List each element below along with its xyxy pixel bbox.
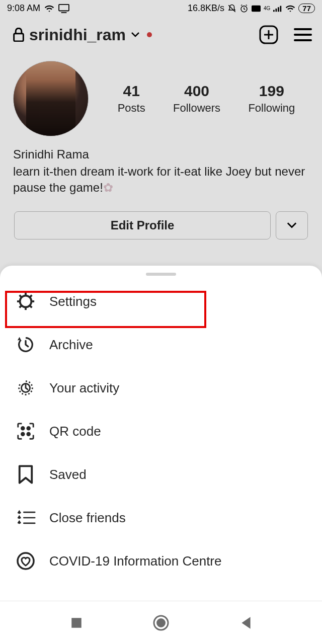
avatar[interactable] [13, 61, 89, 136]
menu-label: Your activity [49, 380, 119, 396]
svg-point-29 [27, 433, 30, 436]
suggestions-toggle[interactable] [276, 211, 308, 239]
username-text: srinidhi_ram [29, 26, 126, 44]
lock-icon [13, 28, 24, 42]
menu-archive[interactable]: Archive [0, 323, 322, 366]
bookmark-icon [15, 464, 36, 485]
svg-line-24 [20, 306, 22, 308]
chevron-down-icon [286, 222, 297, 229]
sheet-handle[interactable] [146, 273, 176, 276]
menu-label: Saved [49, 467, 87, 482]
svg-point-36 [156, 618, 166, 627]
svg-line-22 [30, 306, 32, 308]
svg-point-28 [21, 433, 24, 436]
menu-settings[interactable]: Settings [0, 280, 322, 323]
menu-activity[interactable]: Your activity [0, 366, 322, 410]
posts-count: 41 [118, 83, 145, 100]
menu-label: Archive [49, 337, 93, 353]
hamburger-menu-icon[interactable] [294, 28, 312, 42]
edit-profile-button[interactable]: Edit Profile [14, 211, 271, 239]
display-name: Srinidhi Rama [13, 147, 309, 162]
followers-count: 400 [173, 83, 220, 100]
svg-point-33 [18, 553, 34, 569]
system-navbar [0, 601, 322, 644]
svg-point-16 [20, 296, 32, 307]
recent-apps-button[interactable] [70, 616, 83, 629]
svg-rect-34 [71, 618, 82, 628]
menu-saved[interactable]: Saved [0, 453, 322, 496]
username-switcher[interactable]: srinidhi_ram [13, 26, 152, 44]
activity-icon [15, 378, 36, 397]
chevron-down-icon [131, 32, 140, 38]
svg-rect-0 [59, 4, 69, 11]
svg-rect-9 [14, 34, 24, 41]
svg-rect-4 [252, 5, 261, 12]
archive-icon [15, 335, 36, 354]
wifi-icon-2 [285, 5, 295, 13]
following-label: Following [248, 102, 295, 115]
heart-circle-icon [15, 551, 36, 571]
stat-posts[interactable]: 41 Posts [118, 83, 145, 115]
menu-qr[interactable]: QR code [0, 410, 322, 453]
stat-followers[interactable]: 400 Followers [173, 83, 220, 115]
flower-icon: ✿ [103, 180, 113, 196]
svg-rect-8 [280, 6, 282, 12]
bell-muted-icon [227, 4, 236, 13]
svg-rect-7 [278, 7, 279, 12]
profile-header: srinidhi_ram [0, 16, 322, 50]
bio: learn it-then dream it-work for it-eat l… [13, 164, 309, 196]
posts-label: Posts [118, 102, 145, 115]
menu-label: Settings [49, 294, 97, 309]
qr-icon [15, 422, 36, 441]
svg-point-26 [21, 427, 24, 430]
menu-label: Close friends [49, 510, 126, 526]
create-icon[interactable] [259, 25, 279, 45]
gear-icon [15, 292, 36, 311]
battery-level: 77 [298, 4, 315, 13]
volte-icon [252, 5, 261, 12]
followers-label: Followers [173, 102, 220, 115]
options-sheet: Settings Archive Your activity QR code S… [0, 266, 322, 644]
following-count: 199 [248, 83, 295, 100]
wifi-icon [44, 5, 54, 13]
close-friends-icon [15, 509, 36, 526]
status-netspeed: 16.8KB/s [188, 3, 224, 14]
svg-point-27 [27, 427, 30, 430]
monitor-icon [58, 4, 69, 13]
menu-label: QR code [49, 424, 101, 439]
menu-covid[interactable]: COVID-19 Information Centre [0, 539, 322, 583]
svg-line-21 [20, 295, 22, 297]
back-button[interactable] [239, 616, 253, 630]
signal-icon [273, 5, 282, 12]
menu-label: COVID-19 Information Centre [49, 553, 221, 569]
notification-dot [147, 32, 152, 37]
network-type: 4G [264, 6, 270, 11]
stat-following[interactable]: 199 Following [248, 83, 295, 115]
svg-rect-6 [276, 9, 277, 12]
alarm-icon [239, 4, 249, 13]
svg-line-23 [30, 295, 32, 297]
status-time: 9:08 AM [7, 3, 40, 14]
svg-rect-5 [273, 10, 275, 12]
status-bar: 9:08 AM 16.8KB/s 4G 77 [0, 0, 322, 16]
menu-close-friends[interactable]: Close friends [0, 496, 322, 539]
home-button[interactable] [152, 614, 170, 631]
